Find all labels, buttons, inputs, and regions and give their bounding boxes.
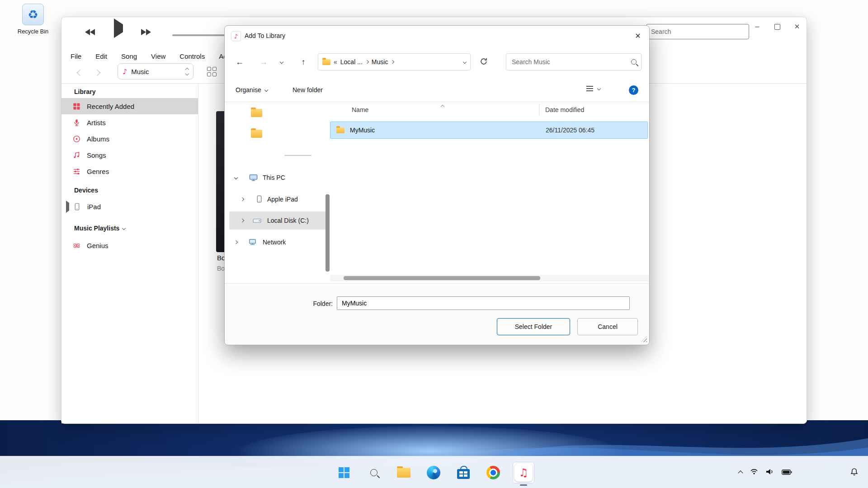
help-button[interactable]: ? bbox=[629, 85, 638, 95]
chevron-down-icon[interactable] bbox=[463, 60, 467, 64]
tree-item-apple-ipad[interactable]: Apple iPad bbox=[225, 189, 330, 209]
dialog-titlebar[interactable]: ♪ Add To Library ✕ bbox=[225, 26, 649, 46]
breadcrumb-local-disk[interactable]: Local ... bbox=[340, 58, 363, 66]
hard-disk-icon bbox=[253, 217, 261, 225]
column-header-name[interactable]: Name bbox=[352, 102, 368, 118]
menu-edit[interactable]: Edit bbox=[94, 52, 108, 61]
chrome-button[interactable] bbox=[483, 462, 504, 483]
grid-icon bbox=[212, 72, 217, 76]
sidebar-item-artists[interactable]: Artists bbox=[61, 114, 198, 131]
close-button[interactable]: ✕ bbox=[790, 20, 804, 33]
sidebar-section-devices: Devices bbox=[74, 187, 98, 194]
expander-icon[interactable] bbox=[66, 203, 69, 211]
sort-ascending-icon[interactable] bbox=[441, 105, 444, 108]
address-bar[interactable]: « Local ... Music bbox=[318, 53, 471, 70]
menu-file[interactable]: File bbox=[70, 52, 82, 61]
recycle-bin-shortcut[interactable]: ♻ Recycle Bin bbox=[8, 4, 58, 35]
sidebar-item-songs[interactable]: Songs bbox=[61, 147, 198, 163]
play-icon bbox=[114, 19, 123, 38]
microphone-icon bbox=[70, 119, 83, 127]
chevron-right-icon bbox=[391, 60, 394, 64]
grid-view-button[interactable] bbox=[207, 67, 217, 76]
tree-folder-item[interactable] bbox=[251, 109, 262, 119]
nav-forward-button[interactable] bbox=[91, 67, 103, 79]
file-name: MyMusic bbox=[350, 127, 375, 134]
tree-item-network[interactable]: Network bbox=[225, 232, 330, 252]
organise-button[interactable]: Organise bbox=[236, 83, 268, 97]
taskbar: ♫ bbox=[0, 456, 868, 488]
horizontal-scrollbar[interactable] bbox=[330, 275, 649, 282]
dialog-up-button[interactable]: ↑ bbox=[295, 54, 311, 70]
edge-icon bbox=[427, 466, 440, 479]
horizontal-scrollbar-thumb[interactable] bbox=[344, 276, 540, 280]
breadcrumb-overflow[interactable]: « bbox=[334, 58, 337, 66]
chevron-down-icon[interactable] bbox=[122, 226, 126, 230]
sidebar-item-ipad[interactable]: iPad bbox=[61, 198, 198, 215]
play-button[interactable] bbox=[114, 24, 123, 33]
battery-icon[interactable] bbox=[782, 469, 792, 477]
select-folder-button[interactable]: Select Folder bbox=[497, 318, 570, 335]
search-icon bbox=[370, 469, 377, 476]
dialog-forward-button[interactable]: → bbox=[255, 54, 272, 70]
menu-song[interactable]: Song bbox=[120, 52, 138, 61]
tree-item-this-pc[interactable]: This PC bbox=[225, 168, 330, 188]
dialog-back-button[interactable]: ← bbox=[231, 54, 248, 70]
start-button[interactable] bbox=[334, 462, 354, 483]
tray-chevron-up-icon[interactable] bbox=[739, 469, 742, 477]
sidebar-item-recently-added[interactable]: Recently Added bbox=[61, 98, 198, 114]
sidebar-item-genius[interactable]: Genius bbox=[61, 237, 198, 253]
tree-item-local-disk-c[interactable]: Local Disk (C:) bbox=[225, 211, 330, 230]
notifications-bell-icon[interactable] bbox=[850, 468, 858, 478]
recycle-bin-label: Recycle Bin bbox=[8, 28, 58, 35]
microsoft-store-icon bbox=[457, 469, 470, 479]
sidebar-item-albums[interactable]: Albums bbox=[61, 131, 198, 147]
folder-field-label: Folder: bbox=[279, 296, 333, 311]
refresh-button[interactable] bbox=[480, 57, 488, 67]
chevron-down-icon[interactable] bbox=[234, 176, 238, 179]
chevron-right-icon[interactable] bbox=[234, 240, 238, 244]
column-header-date-modified[interactable]: Date modified bbox=[545, 102, 584, 118]
album-artist[interactable]: Bo bbox=[217, 265, 225, 272]
dialog-footer: Folder: Select Folder Cancel bbox=[225, 284, 649, 344]
menu-view[interactable]: View bbox=[150, 52, 166, 61]
file-row-mymusic[interactable]: MyMusic 26/11/2025 06:45 bbox=[330, 122, 648, 139]
file-date-modified: 26/11/2025 06:45 bbox=[546, 127, 594, 134]
chevron-down-icon bbox=[185, 71, 189, 75]
breadcrumb-music[interactable]: Music bbox=[372, 58, 388, 66]
menu-controls[interactable]: Controls bbox=[179, 52, 206, 61]
cancel-button[interactable]: Cancel bbox=[577, 318, 638, 335]
microsoft-store-button[interactable] bbox=[453, 462, 474, 483]
nav-back-button[interactable] bbox=[74, 67, 86, 79]
dialog-close-button[interactable]: ✕ bbox=[627, 26, 648, 46]
network-icon bbox=[248, 239, 257, 247]
wifi-icon[interactable] bbox=[750, 468, 758, 477]
taskbar-search-button[interactable] bbox=[363, 462, 384, 483]
folder-icon bbox=[251, 130, 262, 138]
dialog-search-box[interactable] bbox=[506, 53, 642, 70]
menu-bar: File Edit Song View Controls Acco bbox=[70, 50, 235, 62]
tree-folder-item[interactable] bbox=[251, 130, 262, 140]
sidebar-item-genres[interactable]: Genres bbox=[61, 163, 198, 179]
minimize-button[interactable]: – bbox=[750, 20, 764, 33]
fast-forward-button[interactable] bbox=[141, 29, 151, 35]
chevron-right-icon[interactable] bbox=[241, 197, 244, 201]
maximize-button[interactable] bbox=[770, 20, 784, 33]
rewind-button[interactable] bbox=[85, 29, 95, 35]
volume-icon[interactable] bbox=[766, 468, 774, 477]
new-folder-button[interactable]: New folder bbox=[292, 83, 323, 97]
chevron-down-icon bbox=[597, 87, 601, 90]
view-options-button[interactable] bbox=[586, 86, 600, 91]
resize-grip[interactable] bbox=[641, 336, 647, 342]
grid-icon bbox=[212, 67, 217, 71]
column-divider[interactable] bbox=[539, 104, 539, 116]
tree-scrollbar[interactable] bbox=[326, 194, 330, 272]
edge-button[interactable] bbox=[423, 462, 444, 483]
recently-added-icon bbox=[70, 103, 83, 110]
music-app-button[interactable]: ♫ bbox=[513, 462, 534, 483]
folder-name-input[interactable] bbox=[337, 296, 630, 310]
app-search-input[interactable] bbox=[646, 24, 749, 39]
library-selector[interactable]: ♪ Music bbox=[118, 63, 193, 80]
recent-locations-button[interactable] bbox=[275, 54, 288, 70]
dialog-search-input[interactable] bbox=[511, 58, 631, 66]
file-explorer-button[interactable] bbox=[393, 462, 414, 483]
